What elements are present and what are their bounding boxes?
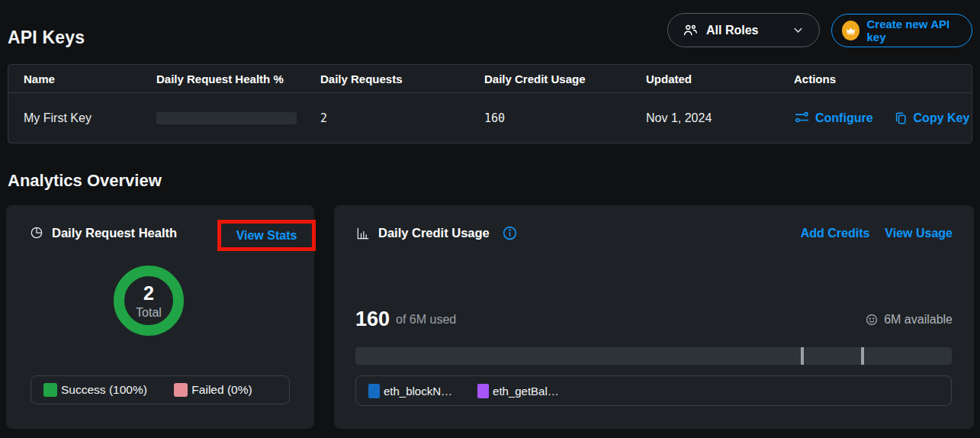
configure-label: Configure: [815, 111, 873, 125]
table-header-row: Name Daily Request Health % Daily Reques…: [8, 65, 972, 93]
col-name: Name: [24, 72, 156, 85]
col-actions: Actions: [794, 72, 972, 85]
smiley-icon: [865, 313, 879, 327]
analytics-overview-title: Analytics Overview: [8, 171, 162, 191]
eth-getbalance-label: eth_getBal…: [493, 385, 559, 398]
chevron-down-icon: [791, 23, 805, 37]
daily-credit-usage-value: 160: [484, 111, 646, 125]
daily-credit-usage-card: Daily Credit Usage Add Credits View Usag…: [334, 205, 974, 429]
pie-chart-icon: [29, 225, 44, 240]
roles-filter-label: All Roles: [706, 24, 758, 37]
success-label: Success (100%): [61, 383, 147, 397]
usage-summary: 160 of 6M used 6M available: [355, 308, 953, 331]
api-keys-dashboard: API Keys All Roles Create new API key: [0, 0, 980, 438]
credit-card-header: Daily Credit Usage Add Credits View Usag…: [334, 205, 974, 241]
eth-blocknumber-swatch: [368, 384, 380, 398]
create-api-key-button[interactable]: Create new API key: [831, 14, 972, 47]
api-keys-table: Name Daily Request Health % Daily Reques…: [8, 64, 972, 143]
health-donut-chart: 2 Total: [114, 266, 184, 336]
used-value: 160: [355, 308, 390, 331]
updated-value: Nov 1, 2024: [646, 111, 794, 125]
credit-usage-progress-bar: [355, 347, 952, 365]
bar-chart-icon: [355, 226, 371, 241]
usage-marker: [861, 347, 864, 365]
credit-usage-legend: eth_blockN… eth_getBal…: [355, 375, 952, 406]
col-daily-requests: Daily Requests: [320, 72, 484, 85]
eth-blocknumber-label: eth_blockN…: [384, 385, 452, 398]
view-stats-annotation-box: View Stats: [217, 220, 316, 251]
sliders-icon: [794, 110, 810, 126]
roles-people-icon: [682, 22, 699, 39]
success-swatch: [43, 383, 57, 397]
crown-icon: [842, 21, 860, 40]
credit-card-links: Add Credits View Usage: [801, 227, 953, 240]
available-label: 6M available: [884, 313, 953, 327]
key-name: My First Key: [24, 111, 156, 125]
actions-cell: Configure Copy Key: [794, 110, 972, 126]
create-api-key-label: Create new API key: [866, 18, 962, 43]
legend-item-success: Success (100%): [43, 383, 174, 397]
legend-item-failed: Failed (0%): [174, 383, 252, 397]
col-health: Daily Request Health %: [156, 72, 320, 85]
health-card-title: Daily Request Health: [52, 226, 177, 240]
view-stats-link[interactable]: View Stats: [236, 229, 297, 243]
health-legend: Success (100%) Failed (0%): [31, 375, 290, 404]
copy-icon: [893, 111, 908, 126]
col-updated: Updated: [646, 72, 794, 85]
view-usage-link[interactable]: View Usage: [885, 227, 953, 240]
copy-key-label: Copy Key: [914, 111, 970, 125]
table-row: My First Key 2 160 Nov 1, 2024 Configure: [8, 93, 972, 143]
usage-marker: [801, 347, 804, 365]
col-daily-credit-usage: Daily Credit Usage: [484, 72, 646, 85]
add-credits-link[interactable]: Add Credits: [801, 227, 870, 240]
credit-card-title: Daily Credit Usage: [378, 226, 490, 240]
health-bar: [156, 112, 297, 124]
page-title: API Keys: [8, 27, 85, 48]
roles-filter-dropdown[interactable]: All Roles: [667, 13, 820, 47]
failed-label: Failed (0%): [191, 383, 252, 397]
donut-total-label: Total: [136, 306, 162, 320]
donut-total-value: 2: [143, 282, 154, 304]
daily-request-health-card: Daily Request Health View Stats 2 Total …: [6, 205, 314, 429]
available-group: 6M available: [865, 313, 953, 327]
daily-requests-value: 2: [320, 111, 484, 125]
failed-swatch: [174, 383, 188, 397]
info-icon[interactable]: [502, 225, 518, 241]
legend-item-eth-blocknumber: eth_blockN…: [368, 384, 452, 398]
legend-item-eth-getbalance: eth_getBal…: [477, 384, 559, 398]
used-suffix: of 6M used: [396, 313, 456, 327]
configure-button[interactable]: Configure: [794, 110, 873, 126]
copy-key-button[interactable]: Copy Key: [893, 111, 970, 126]
eth-getbalance-swatch: [477, 384, 489, 398]
